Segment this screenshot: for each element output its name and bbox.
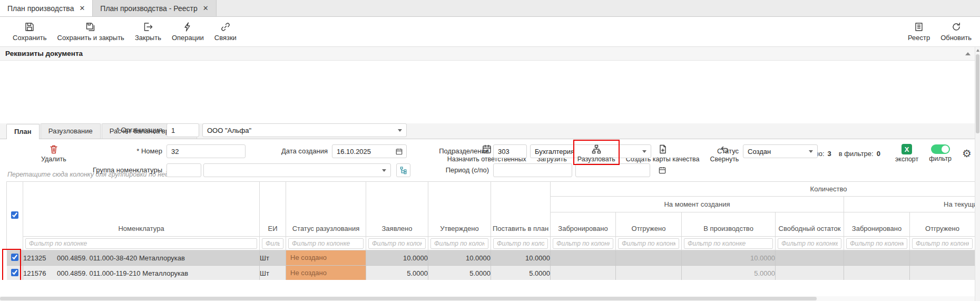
organization-label: * Организация bbox=[42, 123, 162, 137]
filter-toggle[interactable]: фильтр bbox=[929, 144, 952, 162]
filter-input-reserved-current[interactable] bbox=[846, 238, 907, 249]
cell-declared: 10.0000 bbox=[366, 250, 428, 266]
scroll-up-arrow-icon[interactable] bbox=[976, 49, 979, 52]
row-name: 000.4859. 011.000-119-210 Металлорукав bbox=[57, 269, 188, 277]
export-button[interactable]: X экспорт bbox=[895, 144, 918, 163]
filter-input-nomenclature[interactable] bbox=[25, 238, 257, 249]
vertical-scrollbar-thumb[interactable] bbox=[976, 54, 979, 133]
chevron-down-icon bbox=[382, 169, 386, 172]
column-header-declared[interactable]: Заявлено bbox=[366, 182, 428, 237]
select-all-checkbox[interactable] bbox=[11, 211, 18, 219]
filter-input-reserved[interactable] bbox=[553, 238, 613, 249]
row-checkbox[interactable] bbox=[11, 254, 18, 261]
row-unit: Шт bbox=[260, 266, 286, 280]
filter-input-shipped-current[interactable] bbox=[912, 238, 973, 249]
save-and-close-button[interactable]: Сохранить и закрыть bbox=[57, 22, 124, 42]
period-calendar-button[interactable] bbox=[655, 163, 669, 177]
column-header-shipped-current[interactable]: Отгружено bbox=[910, 212, 975, 237]
chevron-down-icon bbox=[809, 150, 813, 153]
filtered-counter-value: 0 bbox=[877, 150, 880, 158]
status-select[interactable]: Создан bbox=[743, 144, 818, 158]
group-header-quantity: Количество bbox=[551, 182, 980, 197]
close-icon[interactable]: ✕ bbox=[203, 4, 209, 12]
collapse-chevron-icon[interactable] bbox=[965, 52, 971, 55]
filter-input-to-plan[interactable] bbox=[493, 238, 548, 249]
settings-gear-button[interactable]: ⚙ bbox=[962, 148, 972, 159]
lightning-icon bbox=[182, 22, 193, 32]
column-header-shipped[interactable]: Отгружено bbox=[616, 212, 682, 237]
refresh-icon bbox=[951, 22, 962, 32]
plan-grid: Номенклатура ЕИ Статус разузлования Заяв… bbox=[0, 181, 980, 280]
column-header-reserved[interactable]: Забронировано bbox=[551, 212, 616, 237]
column-header-nomenclature[interactable]: Номенклатура bbox=[23, 182, 260, 237]
filter-input-declared[interactable] bbox=[368, 238, 426, 249]
links-button[interactable]: Связки bbox=[214, 22, 237, 42]
registry-button[interactable]: Реестр bbox=[908, 22, 930, 42]
refresh-button[interactable]: Обновить bbox=[940, 22, 972, 42]
filter-input-explode-status[interactable] bbox=[288, 238, 364, 249]
row-checkbox[interactable] bbox=[11, 269, 18, 276]
registry-icon bbox=[914, 22, 924, 32]
document-plus-icon bbox=[658, 144, 668, 154]
column-header-explode-status[interactable]: Статус разузлования bbox=[286, 182, 366, 237]
table-row[interactable]: 121576000.4859. 011.000-119-210 Металлор… bbox=[7, 266, 980, 280]
window-tab-plan-registry[interactable]: План производства - Реестр ✕ bbox=[93, 0, 216, 16]
calendar-icon bbox=[658, 166, 667, 174]
select-all-cell bbox=[7, 182, 23, 250]
row-code: 121576 bbox=[23, 269, 57, 277]
horizontal-scrollbar-thumb[interactable] bbox=[0, 297, 817, 300]
column-header-unit[interactable]: ЕИ bbox=[260, 182, 286, 237]
window-tab-label: План производства bbox=[7, 4, 74, 13]
table-row[interactable]: 121325000.4859. 011.000-38-420 Металлору… bbox=[7, 250, 980, 266]
toggle-on-icon[interactable] bbox=[931, 144, 950, 154]
creation-date-label: Дата создания bbox=[242, 144, 328, 158]
cell-approved: 10.0000 bbox=[428, 250, 491, 266]
view-tab-plan[interactable]: План bbox=[6, 124, 40, 139]
cell-to-plan: 5.0000 bbox=[491, 266, 551, 280]
filtered-counter-label: в фильтре: bbox=[839, 150, 874, 158]
status-badge: Не создано bbox=[286, 266, 366, 280]
period-from-field[interactable] bbox=[493, 163, 572, 177]
window-tabbar: План производства ✕ План производства - … bbox=[0, 0, 980, 17]
number-field[interactable] bbox=[166, 144, 246, 158]
organization-select[interactable]: ООО "Альфа" bbox=[202, 123, 407, 137]
status-badge: Не создано bbox=[286, 250, 366, 265]
excel-export-icon: X bbox=[901, 144, 912, 154]
column-header-in-production[interactable]: В производство bbox=[682, 212, 776, 237]
explode-button[interactable]: Разузловать bbox=[577, 144, 615, 163]
column-header-to-plan[interactable]: Поставить в план bbox=[491, 182, 551, 237]
filter-input-unit[interactable] bbox=[262, 238, 283, 249]
vertical-scrollbar[interactable] bbox=[975, 47, 980, 301]
group-header-at-creation: На момент создания bbox=[551, 197, 844, 212]
filter-input-shipped[interactable] bbox=[618, 238, 679, 249]
nomenclature-group-select[interactable] bbox=[203, 163, 391, 177]
close-icon[interactable]: ✕ bbox=[79, 4, 85, 12]
row-name: 000.4859. 011.000-38-420 Металлорукав bbox=[57, 254, 185, 262]
window-tab-plan[interactable]: План производства ✕ bbox=[0, 0, 93, 16]
filter-input-free-balance[interactable] bbox=[778, 238, 841, 249]
plan-table: Номенклатура ЕИ Статус разузлования Заяв… bbox=[6, 181, 980, 280]
column-header-free-balance[interactable]: Свободный остаток bbox=[776, 212, 844, 237]
status-label: Статус bbox=[690, 144, 739, 158]
save-button[interactable]: Сохранить bbox=[13, 22, 47, 42]
operations-button[interactable]: Операции bbox=[172, 22, 204, 42]
column-header-approved[interactable]: Утверждено bbox=[428, 182, 491, 237]
cell-to-plan: 10.0000 bbox=[491, 250, 551, 266]
filter-input-approved[interactable] bbox=[430, 238, 488, 249]
division-code-field[interactable] bbox=[493, 144, 527, 158]
period-to-field[interactable] bbox=[575, 163, 650, 177]
column-header-reserved-current[interactable]: Забронировано bbox=[844, 212, 910, 237]
row-code: 121325 bbox=[23, 254, 57, 262]
nomenclature-group-code-field[interactable] bbox=[166, 163, 201, 177]
document-form: * Организация ООО "Альфа" * Номер Дата с… bbox=[0, 61, 980, 123]
close-button[interactable]: Закрыть bbox=[135, 22, 161, 42]
save-and-close-icon bbox=[85, 22, 96, 32]
horizontal-scrollbar[interactable] bbox=[0, 296, 975, 301]
window-tab-label: План производства - Реестр bbox=[100, 4, 197, 13]
organization-code-field[interactable] bbox=[166, 123, 199, 137]
creation-date-field[interactable]: 16.10.2025 bbox=[332, 144, 407, 158]
cell-declared: 5.0000 bbox=[366, 266, 428, 280]
chevron-down-icon bbox=[398, 129, 402, 132]
app-window: План производства ✕ План производства - … bbox=[0, 0, 980, 301]
filter-input-in-production[interactable] bbox=[684, 238, 773, 249]
